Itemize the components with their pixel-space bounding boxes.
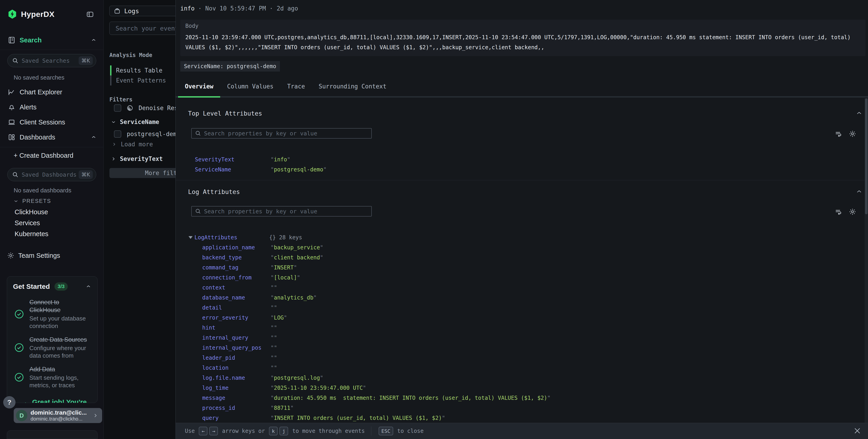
attr-value[interactable]: 2025-11-10 23:59:47.000 UTC [271, 385, 366, 391]
collapse-section-icon[interactable] [856, 109, 863, 117]
attr-key[interactable]: query [202, 415, 271, 421]
sidebar-item-team-settings[interactable]: Team Settings [7, 252, 60, 259]
scrollbar-thumb[interactable] [865, 98, 868, 214]
event-search-input[interactable]: Search your event [110, 22, 176, 35]
chevron-up-icon[interactable] [91, 37, 97, 43]
attr-value[interactable]: info [271, 156, 290, 163]
sidebar-item-dashboards[interactable]: Dashboards [8, 132, 97, 142]
attr-key[interactable]: log.file.name [202, 375, 271, 381]
tab-overview[interactable]: Overview [178, 76, 220, 96]
service-checkbox[interactable] [114, 130, 121, 138]
help-button[interactable]: ? [3, 396, 16, 408]
log-attributes-search[interactable] [191, 206, 372, 217]
preset-clickhouse[interactable]: ClickHouse [14, 208, 48, 216]
user-menu[interactable]: D dominic.tran@clic... dominic.tran@clic… [14, 408, 102, 423]
attr-key[interactable]: message [202, 395, 271, 401]
attr-key[interactable]: connection_from [202, 275, 271, 281]
attr-value[interactable]: INSERT [271, 264, 297, 271]
task-connect-clickhouse[interactable]: Connect to ClickHouse Set up your databa… [14, 299, 92, 330]
check-circle-icon [14, 342, 24, 353]
collapse-section-icon[interactable] [856, 188, 863, 195]
saved-searches-input[interactable]: Saved Searches ⌘K [7, 54, 96, 67]
attr-key[interactable]: hint [202, 324, 271, 331]
attr-key[interactable]: process_id [202, 405, 271, 411]
tab-column-values[interactable]: Column Values [220, 76, 280, 96]
top-level-search[interactable] [191, 128, 372, 138]
attr-key[interactable]: command_tag [202, 264, 271, 271]
service-filter-option[interactable]: postgresql-demo [114, 130, 176, 138]
tab-surrounding-context[interactable]: Surrounding Context [312, 76, 393, 96]
gear-icon[interactable] [848, 208, 857, 216]
preset-kubernetes[interactable]: Kubernetes [14, 230, 48, 238]
load-more[interactable]: Load more [112, 141, 153, 148]
filter-group-severitytext[interactable]: SeverityText [111, 155, 163, 162]
attr-value[interactable]: postgresql.log [271, 375, 323, 381]
attr-value[interactable]: client backend [271, 254, 323, 261]
attr-root-key[interactable]: LogAttributes [194, 234, 269, 241]
log-attributes-search-input[interactable] [204, 208, 368, 215]
sidebar-item-client-sessions[interactable]: Client Sessions [8, 117, 97, 127]
attr-value[interactable] [271, 305, 277, 311]
tab-trace[interactable]: Trace [280, 76, 312, 96]
gear-icon[interactable] [848, 130, 857, 138]
attr-value[interactable]: analytics_db [271, 294, 317, 301]
close-icon[interactable] [853, 427, 861, 435]
chevron-up-icon[interactable] [86, 284, 91, 289]
attr-key[interactable]: internal_query [202, 335, 271, 341]
attr-value[interactable]: 88711 [271, 405, 293, 411]
caret-expanded-icon[interactable] [188, 236, 193, 239]
attr-key[interactable]: leader_pid [202, 355, 271, 361]
attribute-row: connection_from[local] [176, 273, 864, 283]
attr-value[interactable]: duration: 45.950 ms statement: INSERT IN… [271, 395, 551, 401]
create-dashboard-button[interactable]: + Create Dashboard [14, 152, 73, 159]
sidebar-item-chart-explorer[interactable]: Chart Explorer [8, 87, 97, 97]
attr-value[interactable] [271, 365, 277, 371]
attr-value[interactable] [271, 284, 277, 291]
attr-value[interactable] [271, 324, 277, 331]
attr-key[interactable]: error_severity [202, 315, 271, 321]
task-create-data-sources[interactable]: Create Data Sources Configure where your… [14, 336, 92, 359]
mode-event-patterns[interactable]: Event Patterns [110, 75, 176, 86]
service-name-tag[interactable]: ServiceName: postgresql-demo [180, 61, 280, 71]
attr-key[interactable]: backend_type [202, 254, 271, 261]
saved-dashboards-input[interactable]: Saved Dashboards ⌘K [7, 168, 96, 181]
attr-value[interactable]: LOG [271, 315, 287, 321]
denoise-checkbox[interactable] [114, 104, 121, 112]
task-add-data[interactable]: Add Data Start sending logs, metrics, or… [14, 365, 92, 389]
attr-value[interactable]: [local] [271, 275, 300, 281]
top-level-search-input[interactable] [204, 130, 368, 137]
attr-key[interactable]: internal_query_pos [202, 345, 271, 351]
hyperdx-logo-icon [8, 9, 17, 19]
attr-value[interactable] [271, 355, 277, 361]
denoise-label: Denoise Resul [138, 105, 176, 112]
attribute-tree-root[interactable]: LogAttributes {} 28 keys [176, 232, 864, 243]
attr-key[interactable]: ServiceName [195, 166, 271, 173]
filter-group-servicename[interactable]: ServiceName [111, 119, 159, 125]
attr-key[interactable]: application_name [202, 244, 271, 251]
attr-key[interactable]: context [202, 284, 271, 291]
attr-key[interactable]: database_name [202, 294, 271, 301]
wrap-lines-icon[interactable] [835, 130, 842, 138]
attr-value[interactable]: postgresql-demo [271, 166, 327, 173]
more-filters-button[interactable]: More filte [110, 168, 176, 178]
attr-value[interactable]: INSERT INTO orders (user_id, total) VALU… [271, 415, 445, 421]
denoise-filter[interactable]: Denoise Resul [114, 104, 176, 112]
attr-value[interactable] [271, 335, 277, 341]
sidebar-item-alerts[interactable]: Alerts [8, 102, 97, 112]
scrollbar-track[interactable] [865, 98, 868, 423]
source-selector[interactable]: Logs [110, 6, 176, 16]
attr-key[interactable]: SeverityText [195, 156, 271, 163]
attr-key[interactable]: detail [202, 305, 271, 311]
attr-key[interactable]: location [202, 365, 271, 371]
attribute-row: error_severityLOG [176, 313, 864, 323]
preset-services[interactable]: Services [14, 219, 40, 227]
attr-value[interactable] [271, 345, 277, 351]
sidebar-item-search[interactable]: Search [8, 35, 97, 45]
chevron-up-icon[interactable] [91, 134, 97, 140]
sidebar-collapse-icon[interactable] [86, 10, 94, 18]
attr-key[interactable]: log_time [202, 385, 271, 391]
mode-results-table[interactable]: Results Table [110, 65, 176, 75]
presets-toggle[interactable]: PRESETS [13, 198, 51, 204]
wrap-lines-icon[interactable] [835, 208, 842, 216]
attr-value[interactable]: backup_service [271, 244, 323, 251]
